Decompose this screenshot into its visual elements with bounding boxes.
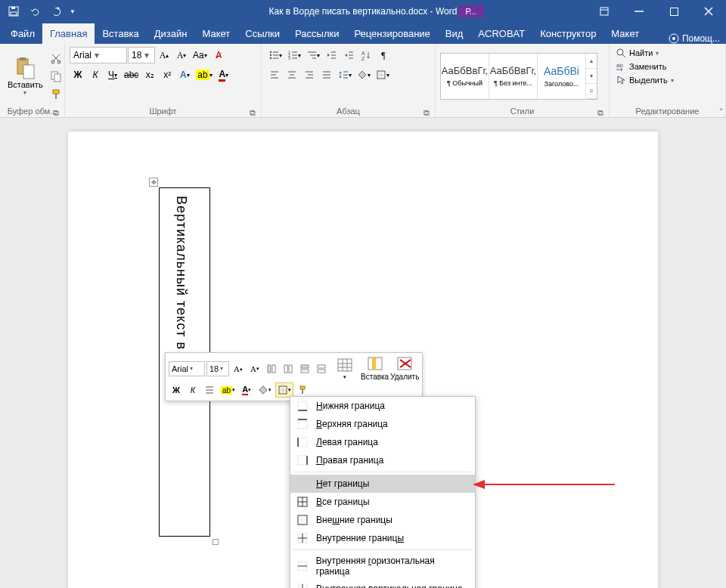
menu-inside-h-border[interactable]: Внутренняя горизонтальная граница — [290, 552, 475, 580]
qat-dropdown-icon[interactable]: ▼ — [68, 2, 77, 20]
bold-button[interactable]: Ж — [70, 67, 86, 83]
clear-formatting-icon[interactable]: A̷ — [210, 47, 227, 63]
replace-button[interactable]: abЗаменить — [614, 60, 668, 73]
maximize-icon[interactable] — [656, 0, 691, 23]
mini-highlight-icon[interactable]: ab▾ — [219, 382, 237, 398]
tab-view[interactable]: Вид — [438, 23, 471, 44]
change-case-icon[interactable]: Aa▾ — [191, 47, 209, 63]
mini-insert-label[interactable]: Вставка — [361, 373, 389, 381]
mini-delete-icon[interactable] — [396, 356, 413, 371]
pilcrow-icon[interactable]: ¶ — [375, 47, 392, 63]
menu-inside-v-border[interactable]: Внутренняя вертикальная граница — [290, 580, 475, 588]
tab-mailings[interactable]: Рассылки — [287, 23, 346, 44]
font-name-select[interactable]: Arial▾ — [70, 47, 127, 63]
copy-icon[interactable] — [48, 68, 64, 85]
menu-bottom-border[interactable]: Нижняя граница — [290, 397, 475, 415]
mini-grow-font-icon[interactable]: A▴ — [231, 361, 246, 376]
mini-shrink-font-icon[interactable]: A▾ — [247, 361, 262, 376]
font-dialog-icon[interactable]: ⧉ — [249, 108, 256, 116]
style-no-spacing[interactable]: АаБбВвГг,¶ Без инте... — [489, 54, 538, 99]
shrink-font-icon[interactable]: A▾ — [173, 47, 190, 63]
italic-button[interactable]: К — [87, 67, 104, 83]
cut-icon[interactable] — [48, 50, 64, 67]
select-button[interactable]: Выделить▾ — [614, 74, 675, 86]
format-painter-icon[interactable] — [48, 86, 64, 103]
file-tab[interactable]: Файл — [3, 23, 42, 44]
styles-scroll-down-icon[interactable]: ▾ — [586, 69, 597, 84]
save-icon[interactable] — [5, 2, 23, 20]
bullets-icon[interactable]: ▾ — [266, 47, 284, 63]
shading-icon[interactable]: ▾ — [355, 67, 373, 83]
mini-insert-icon[interactable] — [367, 356, 383, 371]
tab-home[interactable]: Главная — [42, 23, 95, 44]
menu-top-border[interactable]: Верхняя граница — [290, 415, 475, 433]
mini-size-select[interactable]: 18▾ — [206, 361, 229, 376]
paste-button[interactable]: Вставить ▾ — [5, 53, 46, 99]
mini-bold[interactable]: Ж — [169, 382, 184, 398]
borders-icon[interactable]: ▾ — [374, 67, 392, 83]
tab-references[interactable]: Ссылки — [237, 23, 287, 44]
style-normal[interactable]: АаБбВвГг,¶ Обычный — [441, 54, 489, 99]
mini-font-color-icon[interactable]: A▾ — [239, 382, 254, 398]
paragraph-dialog-icon[interactable]: ⧉ — [423, 108, 430, 116]
mini-font-select[interactable]: Arial▾ — [169, 361, 205, 376]
mini-format-painter-icon[interactable] — [295, 382, 310, 398]
highlight-icon[interactable]: ab▾ — [194, 67, 214, 83]
justify-icon[interactable] — [318, 67, 335, 83]
tab-table-design[interactable]: Конструктор — [532, 23, 603, 44]
style-heading1[interactable]: АаБбВіЗаголово... — [538, 54, 586, 99]
mini-delete-label[interactable]: Удалить — [390, 373, 419, 381]
menu-left-border[interactable]: Левая граница — [290, 433, 475, 451]
menu-no-border[interactable]: Нет границы — [290, 475, 475, 493]
undo-icon[interactable] — [26, 2, 44, 20]
sort-icon[interactable]: AZ — [358, 47, 374, 63]
decrease-indent-icon[interactable] — [323, 47, 340, 63]
font-size-select[interactable]: 18▾ — [128, 47, 155, 63]
mini-shading-icon[interactable]: ▾ — [256, 382, 274, 398]
grow-font-icon[interactable]: A▴ — [156, 47, 172, 63]
clipboard-dialog-icon[interactable]: ⧉ — [52, 108, 60, 116]
multilevel-icon[interactable]: ▾ — [304, 47, 322, 63]
text-effects-icon[interactable]: A▾ — [176, 67, 193, 83]
align-center-icon[interactable] — [284, 67, 300, 83]
increase-indent-icon[interactable] — [340, 47, 357, 63]
styles-expand-icon[interactable]: ≡ — [586, 84, 597, 99]
mini-align-icon[interactable] — [202, 382, 217, 398]
menu-right-border[interactable]: Правая граница — [290, 451, 475, 469]
tell-me[interactable]: Помощ... — [669, 33, 720, 44]
mini-col4-icon[interactable] — [314, 361, 329, 376]
close-icon[interactable] — [691, 0, 726, 23]
numbering-icon[interactable]: 123▾ — [285, 47, 303, 63]
tab-table-layout[interactable]: Макет — [603, 23, 647, 44]
mini-italic[interactable]: К — [185, 382, 200, 398]
mini-col3-icon[interactable] — [297, 361, 312, 376]
mini-borders-icon[interactable]: ▾ — [275, 382, 293, 398]
styles-gallery[interactable]: АаБбВвГг,¶ Обычный АаБбВвГг,¶ Без инте..… — [440, 53, 597, 100]
mini-col1-icon[interactable] — [264, 361, 279, 376]
table-resize-handle-icon[interactable] — [213, 539, 219, 545]
tab-insert[interactable]: Вставка — [95, 23, 146, 44]
font-color-icon[interactable]: A▾ — [216, 67, 232, 83]
minimize-icon[interactable] — [622, 0, 656, 23]
styles-dialog-icon[interactable]: ⧉ — [597, 108, 604, 116]
menu-outside-borders[interactable]: Внешние границы — [290, 511, 475, 529]
menu-all-borders[interactable]: Все границы — [290, 493, 475, 511]
tab-design[interactable]: Дизайн — [147, 23, 195, 44]
collapse-ribbon-icon[interactable]: ˄ — [719, 107, 723, 116]
mini-col2-icon[interactable] — [281, 361, 296, 376]
redo-icon[interactable] — [47, 2, 65, 20]
align-left-icon[interactable] — [266, 67, 283, 83]
align-right-icon[interactable] — [301, 67, 318, 83]
superscript-button[interactable]: x² — [159, 67, 175, 83]
line-spacing-icon[interactable]: ▾ — [336, 67, 354, 83]
subscript-button[interactable]: x₂ — [141, 67, 158, 83]
tab-acrobat[interactable]: ACROBAT — [470, 23, 532, 44]
tab-layout[interactable]: Макет — [194, 23, 237, 44]
mini-table-styles-icon[interactable]: ▾ — [337, 357, 353, 380]
tab-review[interactable]: Рецензирование — [346, 23, 437, 44]
menu-inside-borders[interactable]: Внутренние границы — [290, 529, 475, 547]
ribbon-display-icon[interactable] — [587, 0, 622, 23]
underline-button[interactable]: Ч▾ — [104, 67, 121, 83]
find-button[interactable]: Найти▾ — [614, 47, 660, 59]
styles-scroll-up-icon[interactable]: ▴ — [586, 54, 597, 69]
